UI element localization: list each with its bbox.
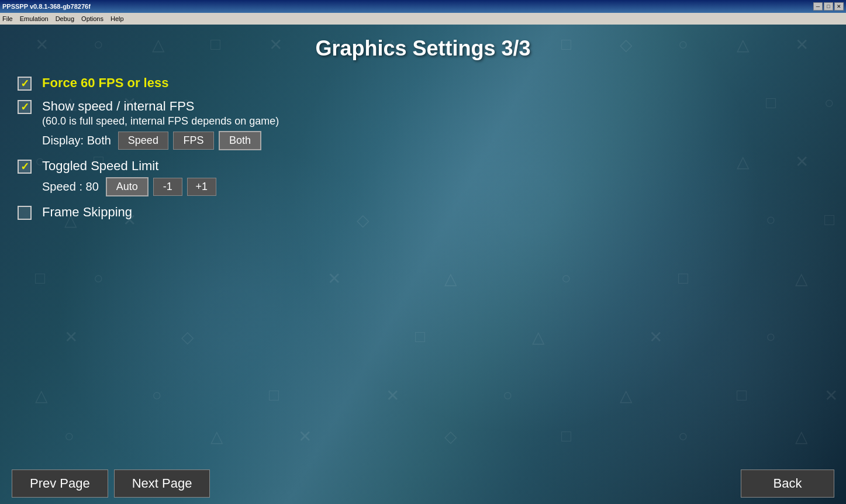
prev-page-button[interactable]: Prev Page: [12, 470, 108, 498]
speedlimit-controls: Speed : 80 Auto -1 +1: [42, 177, 216, 196]
setting-showspeed: Show speed / internal FPS (60.0 is full …: [18, 99, 828, 150]
titlebar: PPSSPP v0.8.1-368-gb78276f ─ □ ✕: [0, 0, 846, 13]
checkbox-showspeed[interactable]: [18, 100, 32, 114]
menu-debug[interactable]: Debug: [56, 15, 74, 22]
back-button[interactable]: Back: [741, 470, 834, 498]
display-label: Display: Both: [42, 134, 111, 147]
titlebar-title: PPSSPP v0.8.1-368-gb78276f: [2, 3, 91, 10]
both-button[interactable]: Both: [219, 131, 261, 150]
minimize-button[interactable]: ─: [813, 2, 823, 11]
plus1-button[interactable]: +1: [187, 178, 216, 196]
force60fps-label: Force 60 FPS or less: [42, 75, 168, 91]
menu-help[interactable]: Help: [111, 15, 124, 22]
setting-frameskip: Frame Skipping: [18, 205, 828, 220]
setting-speedlimit-content: Toggled Speed Limit Speed : 80 Auto -1 +…: [42, 158, 216, 196]
speedlimit-label: Toggled Speed Limit: [42, 158, 216, 174]
speed-button[interactable]: Speed: [118, 132, 168, 150]
showspeed-sublabel: (60.0 is full speed, internal FPS depend…: [42, 115, 279, 127]
fps-button[interactable]: FPS: [173, 132, 214, 150]
next-page-button[interactable]: Next Page: [114, 470, 210, 498]
checkbox-force60fps[interactable]: [18, 77, 32, 91]
page-title: Graphics Settings 3/3: [0, 25, 846, 70]
speed-value-label: Speed : 80: [42, 180, 99, 194]
titlebar-buttons: ─ □ ✕: [813, 2, 844, 11]
setting-showspeed-content: Show speed / internal FPS (60.0 is full …: [42, 99, 279, 150]
setting-force60fps-content: Force 60 FPS or less: [42, 75, 168, 91]
bottom-left: Prev Page Next Page: [12, 470, 210, 498]
checkbox-frameskip[interactable]: [18, 206, 32, 220]
setting-force60fps: Force 60 FPS or less: [18, 75, 828, 91]
showspeed-controls: Display: Both Speed FPS Both: [42, 131, 279, 150]
minus1-button[interactable]: -1: [153, 178, 182, 196]
auto-button[interactable]: Auto: [106, 177, 149, 196]
settings-content: Force 60 FPS or less Show speed / intern…: [0, 70, 846, 463]
checkbox-container-force60fps: [18, 75, 42, 91]
menubar: File Emulation Debug Options Help: [0, 13, 846, 25]
bottom-bar: Prev Page Next Page Back: [0, 463, 846, 504]
checkbox-container-showspeed: [18, 99, 42, 114]
frameskip-label: Frame Skipping: [42, 205, 132, 220]
setting-frameskip-content: Frame Skipping: [42, 205, 132, 220]
menu-emulation[interactable]: Emulation: [20, 15, 49, 22]
setting-speedlimit: Toggled Speed Limit Speed : 80 Auto -1 +…: [18, 158, 828, 196]
checkbox-speedlimit[interactable]: [18, 160, 32, 174]
menu-file[interactable]: File: [2, 15, 13, 22]
maximize-button[interactable]: □: [824, 2, 833, 11]
menu-options[interactable]: Options: [81, 15, 103, 22]
checkbox-container-frameskip: [18, 205, 42, 220]
close-button[interactable]: ✕: [834, 2, 844, 11]
main-content: Graphics Settings 3/3 Force 60 FPS or le…: [0, 25, 846, 504]
checkbox-container-speedlimit: [18, 158, 42, 174]
showspeed-label: Show speed / internal FPS: [42, 99, 279, 114]
